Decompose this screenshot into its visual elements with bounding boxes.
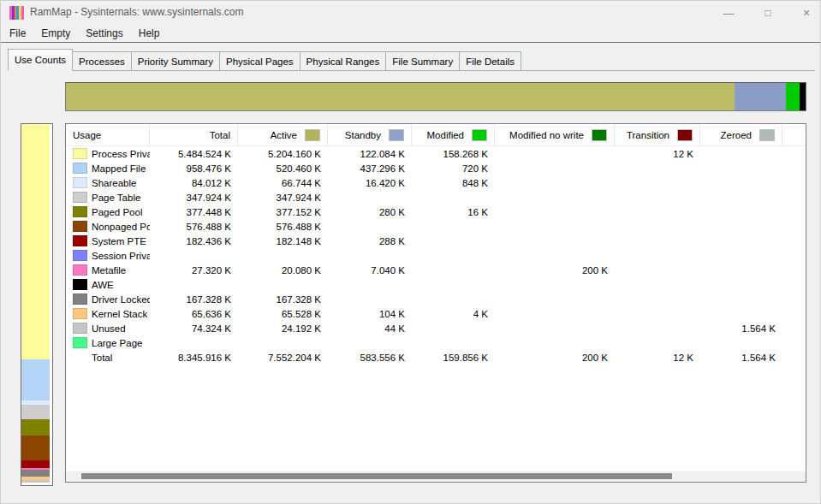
tab-priority-summary[interactable]: Priority Summary xyxy=(131,51,220,70)
tab-file-details[interactable]: File Details xyxy=(459,51,521,70)
cell-total: 377.448 K xyxy=(150,207,238,217)
close-button[interactable]: × xyxy=(792,1,821,25)
bar-segment-remainder xyxy=(800,83,806,110)
vbar-segment-system-pte xyxy=(21,460,50,468)
menu-file[interactable]: File xyxy=(8,26,27,41)
cell-active: 66.744 K xyxy=(238,178,328,188)
column-header-total[interactable]: Total xyxy=(150,124,238,145)
cell-active: 520.460 K xyxy=(238,163,328,174)
standby-color-swatch xyxy=(389,129,404,141)
column-header-modified-no-write[interactable]: Modified no write xyxy=(495,124,615,145)
menu-help[interactable]: Help xyxy=(137,26,162,41)
column-header-zeroed[interactable]: Zeroed xyxy=(700,124,782,145)
cell-total: 74.324 K xyxy=(150,323,238,334)
usage-label: Shareable xyxy=(92,178,136,188)
table-row[interactable]: Unused 74.324 K 24.192 K 44 K 1.564 K xyxy=(66,321,806,335)
cell-standby: 16.420 K xyxy=(328,178,412,188)
cell-active: 347.924 K xyxy=(238,193,328,203)
menu-bar: File Empty Settings Help xyxy=(1,25,821,42)
column-header-modified[interactable]: Modified xyxy=(412,124,495,145)
transition-color-swatch xyxy=(677,129,693,141)
cell-total: 576.488 K xyxy=(150,222,238,232)
cell-standby: 288 K xyxy=(328,236,412,246)
window-title: RamMap - Sysinternals: www.sysinternals.… xyxy=(30,6,243,18)
table-row[interactable]: Mapped File 958.476 K 520.460 K 437.296 … xyxy=(66,161,806,175)
cell-modified: 848 K xyxy=(412,178,495,188)
maximize-button[interactable]: □ xyxy=(753,1,782,25)
cell-active: 167.328 K xyxy=(238,294,328,305)
usage-color-swatch xyxy=(73,235,87,246)
cell-standby: 44 K xyxy=(328,323,412,334)
memory-usage-vertical-bar xyxy=(21,123,53,486)
usage-color-swatch xyxy=(73,294,87,305)
vbar-segment-driver-locked xyxy=(21,470,50,477)
cell-modified: 158.268 K xyxy=(412,149,495,159)
vbar-segment-paged-pool xyxy=(21,419,50,436)
menu-empty[interactable]: Empty xyxy=(39,26,72,41)
tab-processes[interactable]: Processes xyxy=(72,51,132,70)
table-row[interactable]: Session Private xyxy=(66,248,806,263)
cell-modified: 720 K xyxy=(412,163,495,174)
table-header: Usage Total Active Standby Modified Modi… xyxy=(66,124,806,146)
table-row[interactable]: Large Page xyxy=(66,335,806,350)
modified-no-write-color-swatch xyxy=(592,129,607,141)
bar-segment-standby xyxy=(735,83,786,110)
cell-active: 5.204.160 K xyxy=(238,149,328,159)
cell-total: 958.476 K xyxy=(150,163,238,174)
vbar-segment-unused xyxy=(21,480,50,483)
usage-label: AWE xyxy=(92,280,114,290)
active-color-swatch xyxy=(305,129,320,141)
bar-segment-modified xyxy=(786,83,800,110)
table-row[interactable]: Paged Pool 377.448 K 377.152 K 280 K 16 … xyxy=(66,205,806,219)
table-total-row[interactable]: Total 8.345.916 K 7.552.204 K 583.556 K … xyxy=(66,350,806,365)
cell-total: 347.924 K xyxy=(150,193,238,203)
cell-transition: 12 K xyxy=(615,149,700,159)
usage-label: Metafile xyxy=(92,265,126,276)
usage-color-swatch xyxy=(73,250,87,261)
usage-color-swatch xyxy=(73,323,87,334)
horizontal-scrollbar[interactable] xyxy=(66,471,806,482)
tab-use-counts[interactable]: Use Counts xyxy=(8,49,73,71)
tab-physical-ranges[interactable]: Physical Ranges xyxy=(300,51,387,70)
cell-total: 167.328 K xyxy=(150,294,238,305)
usage-color-swatch xyxy=(73,192,87,203)
usage-color-swatch xyxy=(73,148,87,159)
usage-label: Process Private xyxy=(92,149,150,159)
usage-label: Nonpaged Pool xyxy=(92,222,150,232)
cell-active: 377.152 K xyxy=(238,207,328,217)
usage-color-swatch xyxy=(73,163,87,174)
usage-color-swatch xyxy=(73,177,87,188)
column-header-usage[interactable]: Usage xyxy=(66,124,150,145)
usage-color-swatch xyxy=(73,221,87,232)
table-row[interactable]: Page Table 347.924 K 347.924 K xyxy=(66,190,806,205)
table-row[interactable]: AWE xyxy=(66,277,806,292)
column-header-transition[interactable]: Transition xyxy=(615,124,700,145)
cell-standby: 437.296 K xyxy=(328,163,412,174)
column-header-active[interactable]: Active xyxy=(238,124,328,145)
scrollbar-thumb[interactable] xyxy=(81,473,672,479)
cell-modified: 4 K xyxy=(412,309,495,319)
memory-usage-horizontal-bar xyxy=(65,82,806,111)
tab-physical-pages[interactable]: Physical Pages xyxy=(219,51,300,70)
table-row[interactable]: Metafile 27.320 K 20.080 K 7.040 K 200 K xyxy=(66,263,806,277)
table-row[interactable]: Process Private 5.484.524 K 5.204.160 K … xyxy=(66,146,806,161)
column-header-standby[interactable]: Standby xyxy=(328,124,412,145)
table-row[interactable]: System PTE 182.436 K 182.148 K 288 K xyxy=(66,234,806,248)
table-row[interactable]: Kernel Stack 65.636 K 65.528 K 104 K 4 K xyxy=(66,306,806,321)
table-row[interactable]: Driver Locked 167.328 K 167.328 K xyxy=(66,292,806,306)
usage-label: Large Page xyxy=(92,338,142,348)
table-row[interactable]: Shareable 84.012 K 66.744 K 16.420 K 848… xyxy=(66,175,806,190)
cell-transition: 12 K xyxy=(615,353,700,363)
usage-color-swatch xyxy=(73,279,87,290)
menu-settings[interactable]: Settings xyxy=(84,26,124,41)
minimize-button[interactable]: — xyxy=(714,1,743,25)
tab-file-summary[interactable]: File Summary xyxy=(385,51,460,70)
cell-total: 84.012 K xyxy=(150,178,238,188)
tab-strip: Use Counts Processes Priority Summary Ph… xyxy=(8,49,815,71)
column-header-filler xyxy=(782,124,806,145)
usage-color-swatch xyxy=(73,264,87,276)
usage-color-swatch xyxy=(73,337,87,348)
vbar-segment-page-table xyxy=(21,405,50,420)
table-row[interactable]: Nonpaged Pool 576.488 K 576.488 K xyxy=(66,219,806,234)
usage-label: Page Table xyxy=(92,193,140,203)
